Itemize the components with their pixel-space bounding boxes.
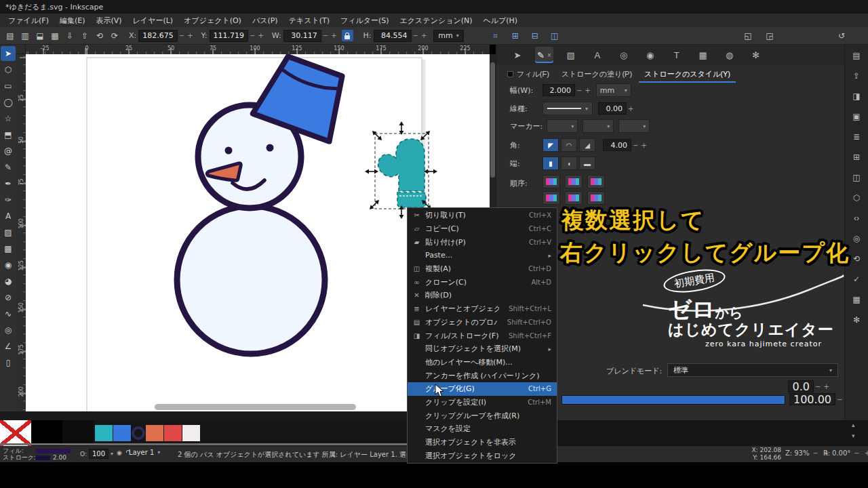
unit-select[interactable]: mm ▾: [433, 30, 463, 42]
rail-document-properties-icon[interactable]: ▤: [848, 47, 865, 64]
context-menu-item-move-to-layer[interactable]: 他のレイヤーへ移動(M)... ▸: [408, 356, 557, 369]
rotation-plus-button[interactable]: +: [863, 449, 868, 457]
connector-tool[interactable]: ∿: [1, 306, 16, 321]
undo-icon[interactable]: ⟲: [92, 29, 107, 43]
dock-tab-typography[interactable]: T ×: [668, 47, 686, 63]
dock-tab-selector[interactable]: ➤ ×: [509, 47, 526, 63]
snap-page-border-icon[interactable]: ◫: [547, 29, 562, 43]
plus-button[interactable]: +: [822, 383, 830, 390]
plus-button[interactable]: +: [639, 142, 648, 149]
context-menu-item-object-properties[interactable]: ▤ オブジェクトのプロパティ(O)... Shift+Ctrl+O ▸: [408, 316, 557, 329]
ellipse-tool[interactable]: ◯: [1, 95, 16, 110]
split-view-icon[interactable]: ◲: [762, 29, 777, 43]
tab-fill[interactable]: フィル(F): [502, 67, 555, 83]
swatch-pale[interactable]: [182, 425, 200, 441]
context-menu-item-create-anchor[interactable]: アンカーを作成 (ハイパーリンク) ▸: [408, 369, 557, 382]
paint-bucket-tool[interactable]: ◕: [1, 274, 16, 289]
swatch-ring[interactable]: [132, 426, 145, 440]
rail-align-icon[interactable]: ⊞: [848, 149, 865, 165]
tab-stroke-style[interactable]: ストロークのスタイル(Y): [639, 67, 736, 83]
dropper-tool[interactable]: ◉: [1, 258, 16, 272]
menu-layer[interactable]: レイヤー(L): [127, 14, 179, 27]
opacity-slider[interactable]: [561, 395, 785, 405]
context-menu-item-select-same[interactable]: 同じオブジェクトを選択(M) ▸: [408, 342, 557, 356]
rotation-value[interactable]: 0.00°: [832, 449, 850, 457]
calligraphy-tool[interactable]: ✑: [1, 192, 16, 207]
miter-join-button[interactable]: ◤: [542, 138, 559, 152]
dock-tab-gradient[interactable]: ▧ ×: [562, 47, 580, 63]
x-minus-button[interactable]: −: [178, 32, 186, 39]
swatch-none[interactable]: [0, 420, 31, 446]
order-markers-fill-stroke-button[interactable]: [587, 175, 605, 188]
snowman-body[interactable]: [177, 206, 325, 354]
swatch-blue[interactable]: [113, 425, 131, 441]
context-menu-item-set-clip[interactable]: クリップを設定(I) Ctrl+M ▸: [408, 396, 557, 409]
h-minus-button[interactable]: −: [412, 32, 420, 39]
rail-transform-icon[interactable]: ◫: [848, 169, 865, 186]
rail-history-icon[interactable]: ⟲: [848, 251, 865, 267]
snap-bounding-box-icon[interactable]: ⌗: [488, 29, 503, 43]
menu-path[interactable]: パス(P): [247, 14, 283, 27]
palette-up-icon[interactable]: ▴: [852, 422, 855, 428]
miter-limit-input[interactable]: 4.00: [603, 139, 631, 151]
snap-nodes-icon[interactable]: ⊞: [508, 29, 523, 43]
pages-tool[interactable]: ▯: [1, 355, 16, 370]
layer-visibility-toggle[interactable]: ◉: [117, 449, 122, 456]
dock-tab-fill-stroke[interactable]: ✎ ×: [535, 47, 553, 63]
rotation-minus-button[interactable]: −: [852, 449, 861, 457]
rectangle-tool[interactable]: ▭: [1, 79, 16, 94]
context-menu-item-delete[interactable]: ✕ 削除(D) ▸: [408, 289, 557, 302]
vertical-ruler[interactable]: 255075100125150175200: [16, 54, 26, 411]
snowman-right-eye[interactable]: [267, 144, 274, 152]
context-menu-item-cut[interactable]: ✂ 切り取り(T) Ctrl+X ▸: [408, 209, 557, 222]
context-menu-item-layers-objects[interactable]: ≣ レイヤーとオブジェクト... Shift+Ctrl+L ▸: [408, 302, 557, 316]
canvas-horizontal-scrollbar[interactable]: [155, 404, 356, 410]
swatch-black-2[interactable]: [62, 420, 94, 446]
blend-mode-select[interactable]: 標準 ▾: [667, 363, 838, 377]
zoom-minus-button[interactable]: −: [811, 449, 819, 457]
swatch-black-1[interactable]: [31, 420, 62, 446]
y-input[interactable]: 111.719: [210, 30, 249, 42]
save-icon[interactable]: ⬓: [33, 29, 47, 43]
context-menu-item-fill-stroke[interactable]: ◨ フィル/ストローク(F)... Shift+Ctrl+F ▸: [408, 329, 557, 342]
x-input[interactable]: 182.675: [138, 30, 178, 42]
display-mode-icon[interactable]: ◱: [741, 29, 755, 43]
minus-button[interactable]: −: [835, 396, 844, 403]
h-input[interactable]: 84.554: [374, 30, 412, 42]
x-plus-button[interactable]: +: [186, 32, 194, 39]
rail-swatches-icon[interactable]: ▣: [848, 108, 865, 125]
mitten-cuff[interactable]: [397, 192, 426, 207]
snowman-left-eye[interactable]: [225, 147, 233, 155]
box-3d-tool[interactable]: ⬒: [1, 127, 16, 142]
rail-objects-icon[interactable]: ≣: [848, 129, 865, 145]
order-markers-stroke-fill-button[interactable]: [587, 191, 605, 205]
export-icon[interactable]: ⇧: [77, 29, 92, 43]
rail-find-icon[interactable]: ◎: [848, 230, 865, 247]
import-icon[interactable]: ⇩: [62, 29, 77, 43]
rail-export-icon[interactable]: ⇪: [848, 68, 865, 84]
print-icon[interactable]: ▦: [47, 29, 62, 43]
order-stroke-fill-markers-button[interactable]: [565, 175, 583, 188]
lock-ratio-toggle[interactable]: [342, 30, 353, 41]
eraser-tool[interactable]: ⊘: [1, 290, 16, 305]
stroke-color-swatch[interactable]: [35, 455, 50, 460]
menu-view[interactable]: 表示(V): [91, 14, 127, 27]
square-cap-button[interactable]: ▬: [579, 157, 595, 170]
rail-symbols-icon[interactable]: ⬡: [848, 190, 865, 206]
fill-color-swatch[interactable]: [35, 449, 71, 453]
stroke-unit-select[interactable]: mm ▾: [596, 83, 631, 97]
mesh-tool[interactable]: ▩: [1, 241, 16, 256]
order-fill-stroke-markers-button[interactable]: [542, 175, 560, 188]
round-join-button[interactable]: ◠: [561, 138, 577, 152]
h-plus-button[interactable]: +: [420, 32, 428, 39]
swatch-orange[interactable]: [146, 425, 163, 441]
pencil-tool[interactable]: ✎: [1, 160, 16, 175]
menu-extensions[interactable]: エクステンション(N): [395, 14, 478, 27]
context-menu-item-paste[interactable]: ▰ 貼り付け(P) Ctrl+V ▸: [408, 235, 557, 249]
y-minus-button[interactable]: −: [248, 32, 256, 39]
context-menu-item-clone[interactable]: ∞ クローン(C) Alt+D ▸: [408, 275, 557, 289]
w-plus-button[interactable]: +: [330, 32, 338, 39]
minus-button[interactable]: −: [814, 383, 822, 390]
menu-object[interactable]: オブジェクト(O): [178, 14, 247, 27]
context-menu-item-paste-special[interactable]: Paste... ▸: [408, 249, 557, 262]
